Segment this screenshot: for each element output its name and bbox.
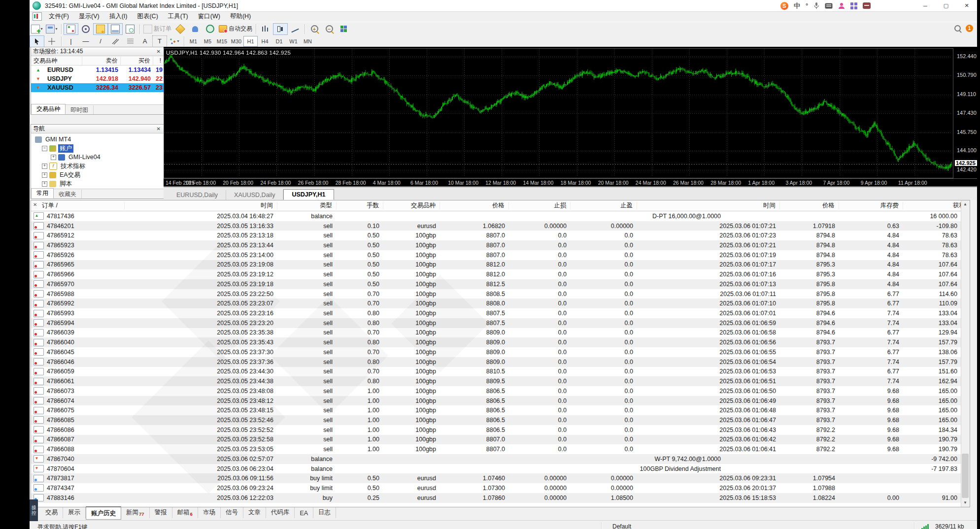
line-chart-mode-button[interactable]	[288, 23, 303, 35]
history-row[interactable]: 478738172025.03.06 09:11:56buy limit0.50…	[31, 473, 961, 483]
history-row[interactable]: 478659932025.03.05 23:23:16sell0.80100gb…	[31, 308, 961, 318]
menu-item[interactable]: 帮助(H)	[225, 11, 256, 22]
timeframe-m15[interactable]: M15	[215, 36, 229, 47]
tree-expander-icon[interactable]: +	[51, 155, 56, 160]
scroll-up-icon[interactable]: ▲	[961, 200, 969, 208]
history-row[interactable]: ▼478706042025.03.06 06:23:04balance100GB…	[31, 464, 961, 474]
person-icon[interactable]	[838, 2, 845, 9]
history-header-cell[interactable]: 手数	[337, 202, 383, 209]
menu-item[interactable]: 图表(C)	[132, 11, 163, 22]
terminal-button[interactable]	[108, 23, 123, 35]
terminal-tab-交易[interactable]: 交易	[40, 507, 63, 518]
timeframe-w1[interactable]: W1	[286, 36, 301, 47]
scrollbar-thumb[interactable]	[962, 454, 969, 498]
vline-tool-button[interactable]: |	[64, 35, 78, 47]
hline-tool-button[interactable]: —	[78, 35, 93, 47]
terminal-tab-市场[interactable]: 市场	[198, 507, 221, 518]
history-row[interactable]: 478659232025.03.05 23:13:44sell0.50100gb…	[31, 240, 961, 250]
candle-chart-mode-button[interactable]	[273, 23, 288, 35]
market-watch-row-usdjpy[interactable]: ▼USDJPY142.918142.94022	[31, 74, 164, 83]
history-row[interactable]: 478660852025.03.05 23:52:46sell1.00100gb…	[31, 415, 961, 425]
language-icon[interactable]: 中	[794, 1, 800, 10]
timeframe-h4[interactable]: H4	[258, 36, 272, 47]
history-header-cell[interactable]: 止损	[509, 202, 571, 209]
terminal-tab-展示[interactable]: 展示	[63, 507, 86, 518]
terminal-tab-信号[interactable]: 信号	[221, 507, 243, 518]
history-row[interactable]: 478831462025.03.06 12:22:03buy0.25eurusd…	[31, 493, 961, 503]
search-icon[interactable]	[954, 25, 961, 32]
history-row[interactable]: 478660752025.03.05 23:48:15sell1.00100gb…	[31, 405, 961, 415]
market-watch-header-cell[interactable]: 买价	[121, 57, 153, 65]
history-row[interactable]: 478660462025.03.05 23:37:36sell0.80100gb…	[31, 357, 961, 367]
history-header-cell[interactable]: 时间	[637, 202, 780, 209]
text-tool-button[interactable]: A	[137, 35, 152, 47]
menu-item[interactable]: 工具(T)	[163, 11, 193, 22]
history-row[interactable]: 478462012025.03.05 13:16:33sell0.10eurus…	[31, 221, 961, 231]
fibonacci-tool-button[interactable]	[123, 35, 137, 47]
market-watch-tab[interactable]: 即时图	[66, 105, 94, 114]
channel-tool-button[interactable]	[108, 35, 123, 47]
candlestick-chart[interactable]	[164, 49, 952, 177]
keyboard-icon[interactable]	[825, 3, 833, 9]
close-button[interactable]: ✕	[956, 0, 977, 11]
zoom-in-button[interactable]: +	[307, 23, 322, 35]
timeframe-m30[interactable]: M30	[229, 36, 243, 47]
terminal-tab-代码库[interactable]: 代码库	[266, 507, 295, 518]
maximize-button[interactable]: ▢	[936, 0, 956, 11]
chart-tab[interactable]: XAUUSD,Daily	[226, 190, 283, 200]
navigator-button[interactable]	[93, 23, 108, 35]
terminal-scrollbar[interactable]: ▲ ▼	[961, 200, 970, 507]
bar-chart-mode-button[interactable]	[258, 23, 273, 35]
tree-expander-icon[interactable]: +	[42, 172, 47, 178]
webterminal-button[interactable]	[203, 23, 217, 35]
history-row[interactable]: 478660732025.03.05 23:48:08sell1.00100gb…	[31, 386, 961, 396]
history-row[interactable]: 478660392025.03.05 23:35:38sell0.70100gb…	[31, 328, 961, 338]
remote-logo-icon[interactable]: S	[780, 2, 788, 10]
market-watch-row-xauusd[interactable]: ▼XAUUSD3226.343226.5723	[31, 83, 164, 92]
history-header-cell[interactable]: 交易品种	[383, 202, 440, 209]
profiles-button[interactable]: ▾	[44, 23, 59, 35]
navigator-close-icon[interactable]: ✕	[155, 126, 162, 132]
history-header-cell[interactable]: 价格	[780, 202, 839, 209]
apps-grid-icon[interactable]	[850, 2, 857, 9]
history-row[interactable]: 478659662025.03.05 23:19:12sell0.50100gb…	[31, 269, 961, 279]
menu-item[interactable]: 窗口(W)	[193, 11, 225, 22]
history-row[interactable]: 478659882025.03.05 23:22:50sell0.70100gb…	[31, 289, 961, 299]
navigator-tab[interactable]: 收藏夹	[54, 190, 82, 198]
chart-tab[interactable]: USDJPY,H1	[283, 189, 334, 200]
history-row[interactable]: 478660612025.03.05 23:44:38sell0.80100gb…	[31, 376, 961, 386]
chart-tab[interactable]: EURUSD,Daily	[169, 190, 226, 200]
history-row[interactable]: 478660452025.03.05 23:37:30sell0.70100gb…	[31, 347, 961, 357]
terminal-tab-警报[interactable]: 警报	[150, 507, 172, 518]
history-row[interactable]: 478660882025.03.05 23:53:05sell1.00100gb…	[31, 444, 961, 454]
menu-item[interactable]: 插入(I)	[104, 11, 133, 22]
navigator-item[interactable]: +GMI-Live04	[33, 153, 164, 162]
remote-side-tab[interactable]: 操控	[30, 499, 38, 521]
strategy-tester-button[interactable]	[123, 23, 137, 35]
history-row[interactable]: 478659922025.03.05 23:23:07sell0.70100gb…	[31, 298, 961, 308]
timeframe-d1[interactable]: D1	[272, 36, 286, 47]
autotrading-button[interactable]: 自动交易	[217, 23, 254, 35]
history-row[interactable]: 478660862025.03.05 23:52:52sell1.00100gb…	[31, 425, 961, 435]
history-row[interactable]: 478660592025.03.05 23:44:30sell0.70100gb…	[31, 367, 961, 377]
menu-item[interactable]: 文件(F)	[44, 11, 74, 22]
navigator-item[interactable]: +EA交易	[33, 170, 164, 179]
scroll-down-icon[interactable]: ▼	[961, 499, 969, 507]
navigator-item[interactable]: +f技术指标	[33, 162, 164, 170]
arrows-tool-button[interactable]: ▾	[167, 35, 182, 47]
trendline-tool-button[interactable]: /	[93, 35, 108, 47]
history-row[interactable]: ▼478670402025.03.06 02:57:07balanceW-PT …	[31, 454, 961, 464]
tree-expander-icon[interactable]: −	[42, 146, 47, 151]
chart-mdi-icon[interactable]	[33, 12, 42, 21]
label-tool-button[interactable]: T	[152, 35, 167, 47]
timeframe-h1[interactable]: H1	[243, 36, 258, 47]
history-header-cell[interactable]: 获利	[903, 202, 970, 209]
timeframe-mn[interactable]: MN	[301, 36, 315, 47]
terminal-tab-文章[interactable]: 文章	[243, 507, 266, 518]
community-button[interactable]	[188, 23, 203, 35]
history-row[interactable]: 478659652025.03.05 23:19:08sell0.50100gb…	[31, 260, 961, 270]
history-row[interactable]: 478660872025.03.05 23:52:58sell1.00100gb…	[31, 435, 961, 445]
minimize-button[interactable]: ─	[915, 0, 936, 11]
history-header-cell[interactable]: 类型	[277, 202, 337, 209]
terminal-tab-邮箱[interactable]: 邮箱6	[172, 507, 198, 518]
